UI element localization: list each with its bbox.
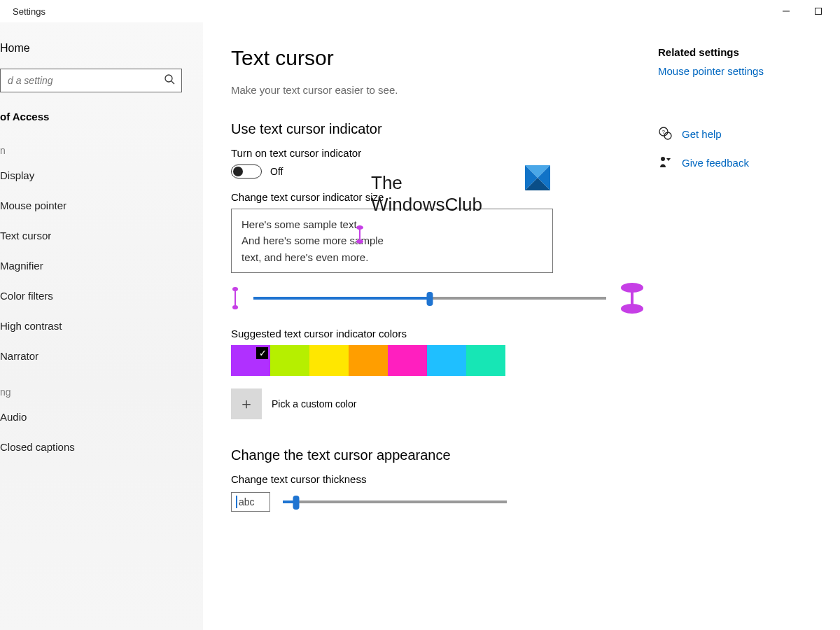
thickness-preview: abc (231, 492, 270, 512)
sidebar-subhead-hearing: ng (0, 371, 203, 402)
search-icon (164, 74, 175, 87)
color-swatch-orange[interactable] (349, 345, 388, 376)
color-swatch-purple[interactable]: ✓ (231, 345, 270, 376)
minimize-button[interactable] (770, 0, 802, 22)
svg-point-12 (621, 304, 643, 314)
text-caret-icon (236, 496, 237, 508)
colors-label: Suggested text cursor indicator colors (231, 328, 644, 340)
home-nav[interactable]: Home (0, 35, 203, 69)
color-swatch-cyan[interactable] (427, 345, 466, 376)
section-indicator-heading: Use text cursor indicator (231, 121, 644, 137)
sidebar-item-label: Closed captions (0, 441, 75, 453)
sidebar-item-label: Text cursor (0, 230, 51, 241)
sidebar-item-text-cursor[interactable]: Text cursor (0, 220, 203, 251)
custom-color-label: Pick a custom color (272, 398, 356, 410)
sidebar-item-magnifier[interactable]: Magnifier (0, 251, 203, 281)
give-feedback-link[interactable]: Give feedback (682, 157, 749, 169)
category-heading: of Access (0, 108, 203, 130)
sidebar-item-label: Mouse pointer (0, 200, 66, 211)
cursor-size-large-icon (620, 283, 644, 314)
color-swatch-lime[interactable] (270, 345, 309, 376)
sidebar-item-high-contrast[interactable]: High contrast (0, 311, 203, 341)
sidebar-item-label: High contrast (0, 320, 62, 332)
plus-icon: ＋ (239, 393, 254, 414)
svg-rect-8 (234, 289, 236, 307)
color-swatch-teal[interactable] (466, 345, 505, 376)
search-box[interactable] (0, 69, 182, 92)
sidebar-item-display[interactable]: Display (0, 160, 203, 190)
sidebar-item-color-filters[interactable]: Color filters (0, 281, 203, 311)
cursor-thickness-slider[interactable] (283, 500, 507, 503)
pick-custom-color-button[interactable]: ＋ (231, 388, 262, 419)
suggested-colors: ✓ (231, 345, 644, 376)
sidebar-item-label: Audio (0, 411, 27, 423)
window-controls (770, 0, 834, 22)
color-swatch-yellow[interactable] (309, 345, 349, 376)
thickness-preview-text: abc (239, 496, 255, 507)
svg-point-6 (356, 239, 363, 244)
svg-rect-1 (816, 8, 822, 15)
slider-thumb[interactable] (293, 496, 300, 510)
titlebar: Settings (0, 0, 840, 22)
sidebar: Home of Access n Display Mouse pointer T… (0, 22, 203, 630)
sidebar-item-label: Narrator (0, 350, 38, 362)
app-title: Settings (13, 6, 46, 17)
mouse-pointer-settings-link[interactable]: Mouse pointer settings (658, 65, 812, 77)
svg-line-3 (172, 81, 174, 84)
svg-point-16 (661, 157, 665, 161)
page-subtitle: Make your text cursor easier to see. (231, 84, 644, 96)
toggle-label: Turn on text cursor indicator (231, 147, 644, 159)
get-help-link[interactable]: Get help (682, 128, 722, 140)
page-title: Text cursor (231, 46, 644, 70)
toggle-state-text: Off (270, 166, 283, 177)
preview-line: Here's some sample text, (241, 218, 360, 230)
sidebar-subhead-vision: n (0, 130, 203, 160)
sidebar-item-closed-captions[interactable]: Closed captions (0, 432, 203, 462)
search-input[interactable] (0, 69, 182, 92)
section-appearance-heading: Change the text cursor appearance (231, 447, 644, 463)
sidebar-item-label: Magnifier (0, 260, 43, 272)
cursor-size-slider[interactable] (253, 297, 606, 300)
maximize-button[interactable] (802, 0, 834, 22)
cursor-preview-box: Here's some sample text, And here's some… (231, 209, 553, 273)
svg-text:?: ? (662, 129, 666, 135)
cursor-size-small-icon (231, 286, 239, 310)
toggle-knob (233, 167, 243, 176)
thickness-label: Change text cursor thickness (231, 473, 644, 485)
sidebar-item-audio[interactable]: Audio (0, 402, 203, 432)
preview-line: text, and here's even more. (241, 251, 368, 263)
size-label: Change text cursor indicator size (231, 191, 644, 203)
slider-thumb[interactable] (427, 292, 433, 306)
text-cursor-indicator-toggle[interactable] (231, 164, 262, 178)
help-icon: ? (658, 126, 672, 142)
sidebar-item-mouse-pointer[interactable]: Mouse pointer (0, 190, 203, 220)
color-swatch-magenta[interactable] (388, 345, 427, 376)
feedback-icon (658, 155, 672, 171)
svg-point-2 (165, 75, 172, 82)
related-settings-heading: Related settings (658, 46, 812, 58)
sidebar-item-narrator[interactable]: Narrator (0, 341, 203, 371)
sidebar-item-label: Display (0, 169, 34, 181)
check-icon: ✓ (256, 346, 269, 359)
svg-point-9 (232, 305, 238, 309)
sidebar-item-label: Color filters (0, 290, 53, 302)
